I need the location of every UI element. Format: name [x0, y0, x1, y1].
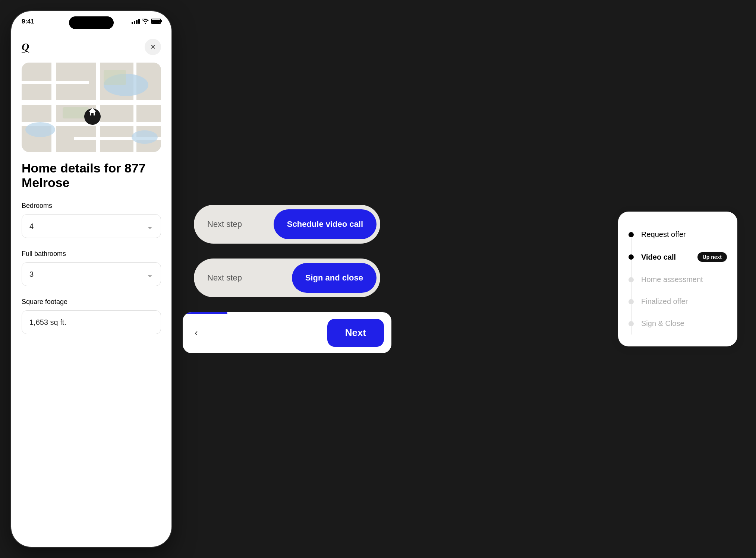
battery-icon	[151, 19, 161, 24]
up-next-badge: Up next	[697, 252, 727, 262]
wifi-icon	[142, 19, 149, 24]
progress-dot-0	[629, 232, 634, 237]
progress-item-1: Video call Up next	[629, 245, 727, 269]
bathrooms-value: 3	[29, 270, 34, 279]
progress-item-4: Sign & Close	[629, 313, 727, 335]
svg-rect-12	[104, 70, 126, 85]
next-step-label-2: Next step	[207, 273, 292, 283]
progress-item-label-1: Video call	[641, 253, 676, 261]
progress-item-right-0: Request offer	[641, 230, 727, 239]
progress-item-right-1: Video call Up next	[641, 252, 727, 262]
progress-item-label-2: Home assessment	[641, 275, 703, 284]
svg-rect-3	[51, 63, 56, 152]
home-title: Home details for 877 Melrose	[22, 161, 161, 190]
status-icons	[132, 17, 161, 24]
progress-item-right-3: Finalized offer	[641, 297, 727, 306]
progress-dot-1	[629, 254, 634, 260]
phone-notch	[69, 16, 114, 29]
progress-item-label-4: Sign & Close	[641, 319, 684, 328]
bedrooms-chevron-icon: ⌄	[147, 222, 153, 231]
progress-dot-3	[629, 299, 634, 304]
map-image	[22, 63, 161, 152]
map-container	[22, 63, 161, 152]
nav-progress-bar	[183, 312, 227, 314]
sqft-value: 1,653 sq ft.	[29, 318, 66, 327]
nav-next-button[interactable]: Next	[327, 319, 384, 347]
next-step-card-2: Next step Sign and close	[194, 259, 380, 297]
bathrooms-dropdown[interactable]: 3 ⌄	[22, 262, 161, 286]
close-button[interactable]: ✕	[145, 39, 161, 55]
app-header: Q ✕	[22, 33, 161, 63]
progress-item-label-0: Request offer	[641, 230, 686, 239]
nav-bar-card: ‹ Next	[183, 312, 391, 353]
progress-item-2: Home assessment	[629, 269, 727, 291]
bedrooms-label: Bedrooms	[22, 202, 161, 210]
svg-rect-16	[91, 113, 94, 115]
close-icon: ✕	[150, 43, 156, 51]
progress-item-3: Finalized offer	[629, 291, 727, 313]
bedrooms-dropdown[interactable]: 4 ⌄	[22, 214, 161, 238]
svg-rect-6	[22, 81, 89, 84]
progress-dot-2	[629, 277, 634, 282]
progress-item-right-4: Sign & Close	[641, 319, 727, 328]
bathrooms-chevron-icon: ⌄	[147, 270, 153, 279]
bathrooms-label: Full bathrooms	[22, 250, 161, 258]
progress-list: Request offer Video call Up next Home as…	[629, 223, 727, 335]
progress-item-0: Request offer	[629, 223, 727, 245]
app-logo: Q	[22, 41, 29, 53]
sqft-input[interactable]: 1,653 sq ft.	[22, 310, 161, 334]
progress-item-label-3: Finalized offer	[641, 297, 688, 306]
schedule-video-call-button[interactable]: Schedule video call	[274, 209, 377, 239]
progress-card: Request offer Video call Up next Home as…	[618, 212, 737, 346]
nav-back-button[interactable]: ‹	[190, 323, 202, 343]
phone-content: Q ✕	[11, 33, 171, 547]
signal-icon	[132, 19, 140, 24]
svg-point-10	[132, 130, 158, 144]
middle-section: Next step Schedule video call Next step …	[183, 205, 391, 353]
svg-point-9	[25, 122, 55, 137]
sign-and-close-button[interactable]: Sign and close	[292, 263, 377, 293]
progress-item-right-2: Home assessment	[641, 275, 727, 284]
phone-mockup: 9:41 Q ✕	[11, 11, 171, 547]
status-time: 9:41	[22, 17, 34, 25]
bedrooms-value: 4	[29, 222, 34, 231]
back-chevron-icon: ‹	[195, 327, 198, 338]
svg-rect-1	[22, 100, 161, 105]
next-step-card-1: Next step Schedule video call	[194, 205, 380, 244]
next-step-label-1: Next step	[207, 219, 274, 229]
sqft-label: Square footage	[22, 298, 161, 306]
progress-dot-4	[629, 321, 634, 326]
